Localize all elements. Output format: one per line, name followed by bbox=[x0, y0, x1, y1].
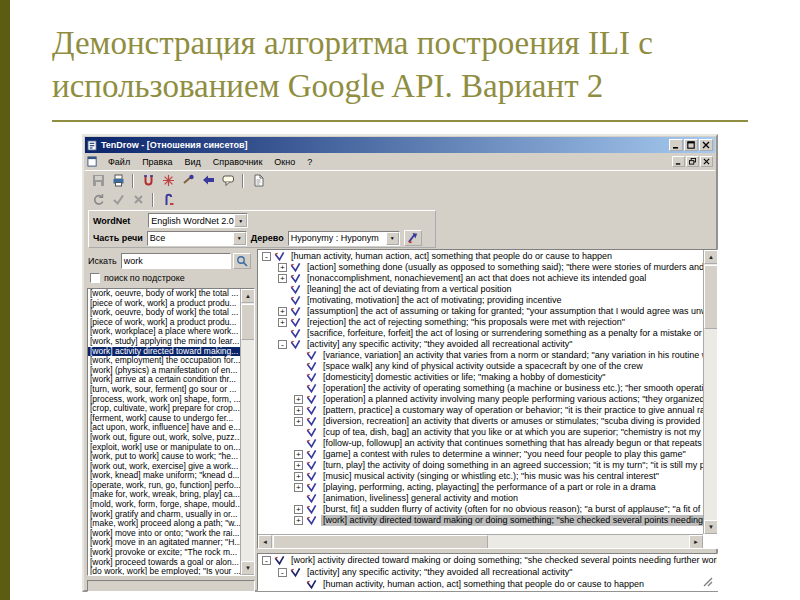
list-item[interactable]: [work, study] applying the mind to lear.… bbox=[88, 337, 240, 347]
scroll-down-icon[interactable]: ▼ bbox=[241, 561, 255, 575]
arrow-left-button[interactable] bbox=[199, 173, 217, 189]
list-item[interactable]: [do work, work] be employed; "Is your ..… bbox=[88, 567, 240, 575]
list-item[interactable]: [work] (physics) a manifestation of en..… bbox=[88, 366, 240, 376]
tree-row[interactable]: +[rejection] the act of rejecting someth… bbox=[258, 317, 703, 328]
tree-row[interactable]: [cup of tea, dish, bag] an activity that… bbox=[258, 427, 703, 438]
menu-view[interactable]: Вид bbox=[179, 156, 207, 168]
tree-row[interactable]: +[nonaccomplishment, nonachievement] an … bbox=[258, 273, 703, 284]
tree-hscrollbar[interactable]: ◄ ► bbox=[258, 534, 703, 548]
collapse-icon[interactable]: - bbox=[278, 340, 287, 349]
expand-icon[interactable]: + bbox=[278, 274, 287, 283]
star-button[interactable] bbox=[159, 173, 177, 189]
expand-icon[interactable]: + bbox=[294, 516, 303, 525]
find-button[interactable] bbox=[139, 173, 157, 189]
list-item[interactable]: [work, put to work] cause to work; "he..… bbox=[88, 452, 240, 462]
expand-icon[interactable]: + bbox=[294, 395, 303, 404]
tree-row[interactable]: [follow-up, followup] an activity that c… bbox=[258, 438, 703, 449]
tree-row[interactable]: +[music] musical activity (singing or wh… bbox=[258, 471, 703, 482]
tree-row[interactable]: -[activity] any specific activity; "they… bbox=[258, 566, 717, 578]
list-item[interactable]: [make for, work, wreak, bring, play] ca.… bbox=[88, 490, 240, 500]
tree-row[interactable]: [sacrifice, forfeiture, forfeit] the act… bbox=[258, 328, 703, 339]
list-item[interactable]: [turn, work, sour, ferment] go sour or .… bbox=[88, 385, 240, 395]
list-item[interactable]: [work, oeuvre, body of work] the total .… bbox=[88, 289, 240, 299]
list-item[interactable]: [work] move into or onto; "work the rai.… bbox=[88, 529, 240, 539]
close-button[interactable] bbox=[699, 139, 713, 151]
tree-row[interactable]: +[work] activity directed toward making … bbox=[258, 515, 703, 526]
titlebar[interactable]: TenDrow - [Отношения синсетов] bbox=[85, 137, 715, 153]
cross-button[interactable] bbox=[129, 192, 147, 208]
expand-icon[interactable]: + bbox=[294, 461, 303, 470]
menu-edit[interactable]: Правка bbox=[136, 156, 178, 168]
child-close-button[interactable] bbox=[700, 156, 713, 167]
scroll-up-icon[interactable]: ▲ bbox=[704, 250, 718, 264]
list-item[interactable]: [work out, figure out, work, solve, puzz… bbox=[88, 433, 240, 443]
list-item[interactable]: [work] proceed towards a goal or alon... bbox=[88, 558, 240, 568]
scroll-right-icon[interactable]: ► bbox=[689, 535, 703, 549]
tree-row[interactable]: +[action] something done (usually as opp… bbox=[258, 262, 703, 273]
tree-combobox[interactable]: Hyponymy : Hyponym ▼ bbox=[288, 231, 400, 246]
list-item[interactable]: [work] provoke or excite; "The rock m... bbox=[88, 548, 240, 558]
menu-window[interactable]: Окно bbox=[268, 156, 301, 168]
list-item[interactable]: [work, knead] make uniform; "knead d... bbox=[88, 471, 240, 481]
comment-button[interactable] bbox=[219, 173, 237, 189]
function-button[interactable] bbox=[159, 192, 177, 208]
wordnet-combobox[interactable]: English WordNet 2.0 ▼ bbox=[148, 213, 248, 228]
collapse-icon[interactable]: - bbox=[278, 568, 287, 577]
tree-row[interactable]: -[activity] any specific activity; "they… bbox=[258, 339, 703, 350]
list-item[interactable]: [work, workplace] a place where work... bbox=[88, 327, 240, 337]
tree-row[interactable]: [animation, liveliness] general activity… bbox=[258, 493, 703, 504]
list-item[interactable]: [work, oeuvre, body of work] the total .… bbox=[88, 308, 240, 318]
child-minimize-button[interactable] bbox=[672, 156, 685, 167]
tree-row[interactable]: +[turn, play] the activity of doing some… bbox=[258, 460, 703, 471]
expand-icon[interactable]: + bbox=[278, 307, 287, 316]
menu-help[interactable]: ? bbox=[301, 156, 318, 168]
scroll-left-icon[interactable]: ◄ bbox=[258, 535, 272, 549]
expand-icon[interactable]: + bbox=[294, 417, 303, 426]
pos-combobox[interactable]: Все ▼ bbox=[147, 231, 247, 246]
list-item[interactable]: [act upon, work, influence] have and e..… bbox=[88, 423, 240, 433]
expand-icon[interactable]: + bbox=[294, 472, 303, 481]
tree-row[interactable]: +[assumption] the act of assuming or tak… bbox=[258, 306, 703, 317]
tree-row[interactable]: +[diversion, recreation] an activity tha… bbox=[258, 416, 703, 427]
list-item[interactable]: [operate, work, run, go, function] perfo… bbox=[88, 481, 240, 491]
scroll-down-icon[interactable]: ▼ bbox=[704, 520, 718, 534]
list-item[interactable]: [work out, work, exercise] give a work..… bbox=[88, 462, 240, 472]
tree-row[interactable]: +[operation] a planned activity involvin… bbox=[258, 394, 703, 405]
list-item[interactable]: [work] arrive at a certain condition thr… bbox=[88, 375, 240, 385]
resize-grip[interactable] bbox=[701, 575, 713, 587]
chevron-down-icon[interactable]: ▼ bbox=[233, 232, 246, 245]
tree-row[interactable]: -[work] activity directed toward making … bbox=[258, 554, 717, 566]
hand-button[interactable] bbox=[179, 173, 197, 189]
tree-row[interactable]: +[playing, performing, acting, playactin… bbox=[258, 482, 703, 493]
list-item[interactable]: [exploit, work] use or manipulate to on.… bbox=[88, 443, 240, 453]
tree-row[interactable]: [operation] the activity of operating so… bbox=[258, 383, 703, 394]
expand-icon[interactable]: + bbox=[294, 505, 303, 514]
tree-row[interactable]: +[game] a contest with rules to determin… bbox=[258, 449, 703, 460]
menu-reference[interactable]: Справочник bbox=[207, 156, 269, 168]
expand-icon[interactable]: + bbox=[294, 406, 303, 415]
tree-row[interactable]: +[pattern, practice] a customary way of … bbox=[258, 405, 703, 416]
results-scrollbar[interactable]: ▲ ▼ bbox=[240, 289, 254, 575]
tree-row[interactable]: [motivating, motivation] the act of moti… bbox=[258, 295, 703, 306]
child-restore-button[interactable] bbox=[686, 156, 699, 167]
list-item[interactable]: [crop, cultivate, work] prepare for crop… bbox=[88, 404, 240, 414]
build-tree-button[interactable] bbox=[404, 230, 422, 246]
collapse-icon[interactable]: - bbox=[262, 556, 271, 565]
list-item[interactable]: [work] move in an agitated manner; "H... bbox=[88, 538, 240, 548]
list-item[interactable]: [work] activity directed toward making..… bbox=[88, 347, 240, 357]
scrollbar-thumb[interactable] bbox=[273, 535, 488, 549]
document-button[interactable] bbox=[249, 173, 267, 189]
list-item[interactable]: [work] gratify and charm, usually in or.… bbox=[88, 510, 240, 520]
tree-row[interactable]: [variance, variation] an activity that v… bbox=[258, 350, 703, 361]
check-button[interactable] bbox=[109, 192, 127, 208]
expand-icon[interactable]: + bbox=[294, 483, 303, 492]
expand-icon[interactable]: + bbox=[278, 263, 287, 272]
tree-row[interactable]: [human activity, human action, act] some… bbox=[258, 578, 717, 590]
list-item[interactable]: [work, employment] the occupation for... bbox=[88, 356, 240, 366]
list-item[interactable]: [ferment, work] cause to undergo fer... bbox=[88, 414, 240, 424]
expand-icon[interactable]: + bbox=[294, 450, 303, 459]
tree-row[interactable]: -[human activity, human action, act] som… bbox=[258, 251, 703, 262]
search-button[interactable] bbox=[233, 253, 251, 269]
search-input[interactable]: work bbox=[121, 253, 231, 269]
scroll-up-icon[interactable]: ▲ bbox=[241, 289, 255, 303]
